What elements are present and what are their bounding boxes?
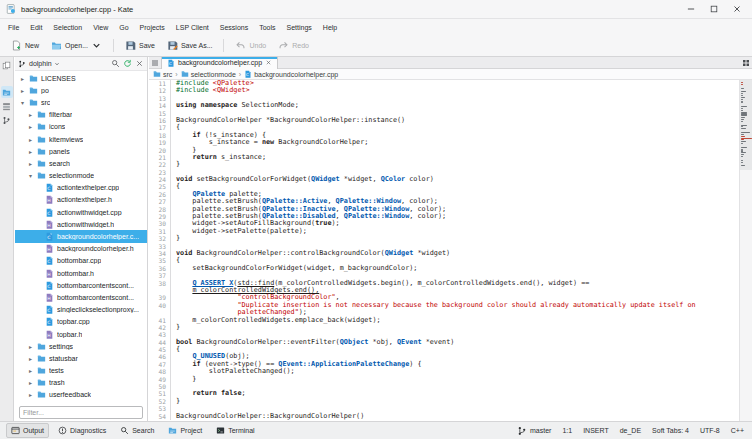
expand-arrow-icon[interactable]: ▸ bbox=[27, 355, 34, 362]
line-number[interactable]: 45 bbox=[149, 346, 171, 353]
maximize-button[interactable] bbox=[709, 4, 719, 14]
line-number[interactable]: 48 bbox=[149, 368, 171, 375]
menu-file[interactable]: File bbox=[3, 22, 24, 33]
tree-item-tests[interactable]: ▸tests bbox=[15, 365, 147, 377]
code-text[interactable]: m_colorControlledWidgets.emplace_back(wi… bbox=[171, 317, 381, 324]
statusbar-encoding[interactable]: UTF-8 bbox=[700, 427, 720, 434]
open-button[interactable]: Open... bbox=[46, 37, 107, 54]
line-number[interactable]: 31 bbox=[149, 228, 171, 235]
line-number[interactable]: 49 bbox=[149, 376, 171, 383]
filter-input[interactable] bbox=[23, 409, 139, 416]
code-text[interactable]: setBackgroundColorForWidget(widget, m_ba… bbox=[171, 265, 417, 272]
tree-item-bottombarcontentscont[interactable]: Cbottombarcontentscont... bbox=[15, 279, 147, 291]
minimap-scrollbar[interactable] bbox=[739, 80, 752, 421]
expand-arrow-icon[interactable]: ▸ bbox=[27, 123, 34, 130]
redo-button[interactable]: Redo bbox=[273, 37, 314, 54]
code-text[interactable]: widget->setPalette(palette); bbox=[171, 228, 307, 235]
line-number[interactable]: 14 bbox=[149, 102, 171, 109]
close-button[interactable] bbox=[135, 59, 144, 68]
statusbar-search-toggle[interactable]: Search bbox=[115, 423, 159, 438]
tree-item-search[interactable]: ▸search bbox=[15, 157, 147, 169]
breadcrumb-src[interactable]: src bbox=[153, 70, 172, 78]
code-text[interactable]: #include <QWidget> bbox=[171, 87, 250, 94]
statusbar-terminal-toggle[interactable]: Terminal bbox=[211, 423, 259, 438]
line-number[interactable]: 24 bbox=[149, 176, 171, 183]
tree-item-actionwithwidget-cpp[interactable]: Cactionwithwidget.cpp bbox=[15, 206, 147, 218]
new-button[interactable]: New bbox=[6, 37, 44, 54]
line-number[interactable] bbox=[149, 309, 171, 316]
line-number[interactable]: 39 bbox=[149, 294, 171, 301]
tree-item-actionwithwidget-h[interactable]: Hactionwithwidget.h bbox=[15, 218, 147, 230]
statusbar-project-toggle[interactable]: Project bbox=[163, 423, 207, 438]
save-button[interactable]: Save bbox=[120, 37, 160, 54]
tree-item-backgroundcolorhelper-c[interactable]: Cbackgroundcolorhelper.c... bbox=[15, 230, 147, 242]
tree-item-statusbar[interactable]: ▸statusbar bbox=[15, 352, 147, 364]
line-number[interactable]: 22 bbox=[149, 161, 171, 168]
line-number[interactable]: 19 bbox=[149, 139, 171, 146]
menu-sessions[interactable]: Sessions bbox=[215, 22, 253, 33]
close-button[interactable] bbox=[732, 4, 742, 14]
expand-arrow-icon[interactable]: ▸ bbox=[27, 379, 34, 386]
tree-item-actiontexthelper-h[interactable]: Hactiontexthelper.h bbox=[15, 194, 147, 206]
line-number[interactable]: 26 bbox=[149, 191, 171, 198]
collapse-arrow-icon[interactable]: ▾ bbox=[19, 99, 26, 106]
toolview-documents-button[interactable] bbox=[1, 59, 13, 71]
breadcrumb-backgroundcolorhelper-cpp[interactable]: Cbackgroundcolorhelper.cpp bbox=[244, 70, 338, 78]
expand-arrow-icon[interactable]: ▸ bbox=[27, 391, 34, 398]
line-number[interactable]: 16 bbox=[149, 117, 171, 124]
line-number[interactable]: 18 bbox=[149, 132, 171, 139]
tree-item-src[interactable]: ▾src bbox=[15, 96, 147, 108]
line-number[interactable]: 41 bbox=[149, 317, 171, 324]
code-text[interactable]: using namespace SelectionMode; bbox=[171, 102, 299, 109]
line-number[interactable]: 11 bbox=[149, 80, 171, 87]
tree-item-icons[interactable]: ▸icons bbox=[15, 121, 147, 133]
code-text[interactable]: } bbox=[171, 235, 180, 242]
menu-go[interactable]: Go bbox=[114, 22, 133, 33]
tree-item-trash[interactable]: ▸trash bbox=[15, 377, 147, 389]
tree-item-userfeedback[interactable]: ▸userfeedback bbox=[15, 389, 147, 401]
code-text[interactable]: return s_instance; bbox=[171, 154, 266, 161]
statusbar-cursor-position[interactable]: 1:1 bbox=[562, 427, 572, 434]
line-number[interactable]: 43 bbox=[149, 331, 171, 338]
statusbar-input-mode[interactable]: INSERT bbox=[583, 427, 609, 434]
minimize-button[interactable] bbox=[686, 4, 696, 14]
statusbar-git-branch[interactable]: master bbox=[517, 426, 551, 436]
menu-edit[interactable]: Edit bbox=[25, 22, 47, 33]
line-number[interactable]: 54 bbox=[149, 413, 171, 420]
save-as-button[interactable]: Save As... bbox=[162, 37, 218, 54]
statusbar-syntax-mode[interactable]: C++ bbox=[731, 427, 744, 434]
line-number[interactable]: 51 bbox=[149, 390, 171, 397]
line-number[interactable]: 44 bbox=[149, 339, 171, 346]
line-number[interactable]: 30 bbox=[149, 220, 171, 227]
tree-item-po[interactable]: ▸po bbox=[15, 84, 147, 96]
line-number[interactable]: 28 bbox=[149, 206, 171, 213]
line-number[interactable]: 35 bbox=[149, 257, 171, 264]
project-selector[interactable]: dolphin bbox=[29, 60, 108, 67]
line-number[interactable]: 15 bbox=[149, 110, 171, 117]
line-number[interactable]: 37 bbox=[149, 272, 171, 279]
expand-arrow-icon[interactable]: ▸ bbox=[19, 75, 26, 82]
tree-item-bottombar-h[interactable]: Hbottombar.h bbox=[15, 267, 147, 279]
code-text[interactable]: } bbox=[171, 376, 196, 383]
expand-arrow-icon[interactable]: ▸ bbox=[27, 148, 34, 155]
line-number[interactable]: 12 bbox=[149, 87, 171, 94]
expand-arrow-icon[interactable]: ▸ bbox=[27, 111, 34, 118]
tree-item-singleclickselectionproxy[interactable]: Csingleclickselectionproxy... bbox=[15, 304, 147, 316]
tab-list-button[interactable] bbox=[149, 57, 161, 69]
collapse-arrow-icon[interactable]: ▾ bbox=[27, 172, 34, 179]
line-number[interactable]: 50 bbox=[149, 383, 171, 390]
menu-projects[interactable]: Projects bbox=[135, 22, 170, 33]
line-number[interactable]: 13 bbox=[149, 95, 171, 102]
statusbar-tab-settings[interactable]: Soft Tabs: 4 bbox=[652, 427, 689, 434]
line-number[interactable]: 21 bbox=[149, 154, 171, 161]
tree-item-backgroundcolorhelper-h[interactable]: Hbackgroundcolorhelper.h bbox=[15, 243, 147, 255]
tree-item-settings[interactable]: ▸settings bbox=[15, 340, 147, 352]
quick-open-button[interactable] bbox=[740, 57, 752, 69]
line-number[interactable]: 47 bbox=[149, 361, 171, 368]
expand-arrow-icon[interactable]: ▸ bbox=[27, 367, 34, 374]
search-button[interactable] bbox=[111, 59, 120, 68]
tab-backgroundcolorhelper-cpp[interactable]: C backgroundcolorhelper.cpp bbox=[161, 57, 278, 69]
refresh-button[interactable] bbox=[123, 59, 132, 68]
code-text[interactable]: void BackgroundColorHelper::controlBackg… bbox=[171, 250, 450, 257]
tree-item-topbar-cpp[interactable]: Ctopbar.cpp bbox=[15, 316, 147, 328]
